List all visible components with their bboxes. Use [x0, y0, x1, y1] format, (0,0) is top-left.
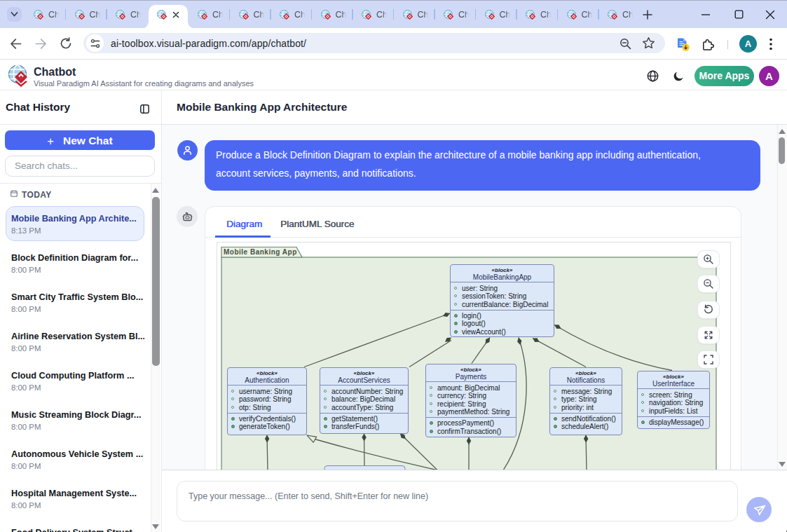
- svg-text:Mobile Banking App: Mobile Banking App: [224, 248, 297, 256]
